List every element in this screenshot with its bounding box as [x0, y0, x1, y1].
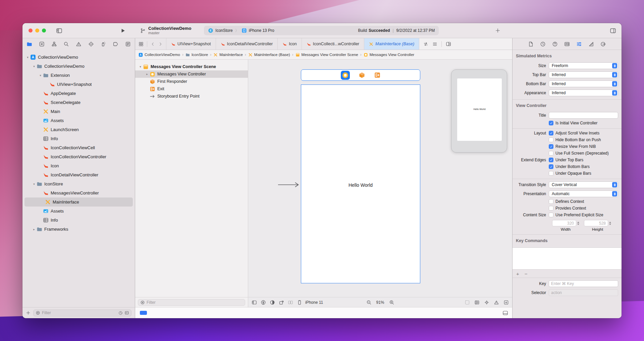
file-tree-row[interactable]: ▾Extension [22, 71, 135, 80]
navigator-tab-find-icon[interactable] [63, 41, 69, 47]
related-items-icon[interactable] [139, 42, 144, 47]
file-tree-row[interactable]: Info [22, 134, 135, 143]
navigator-tab-breakpoints-icon[interactable] [113, 41, 118, 47]
navigator-tab-symbols-icon[interactable] [51, 41, 57, 47]
outline-filter-input[interactable] [147, 300, 243, 305]
key-commands-list[interactable] [513, 247, 622, 270]
checkbox-checked[interactable] [549, 164, 553, 169]
run-destination[interactable]: iPhone 13 Pro [249, 28, 274, 33]
disclosure-down-icon[interactable]: ▾ [32, 182, 37, 186]
file-tree-row[interactable]: Assets [22, 116, 135, 125]
simulated-bottom-bar-dropdown[interactable]: Inferred [549, 80, 618, 87]
height-field[interactable]: 528 [584, 220, 608, 226]
file-tree-row[interactable]: SceneDelegate [22, 98, 135, 107]
editor-tab-active[interactable]: MainInterface (Base) [364, 38, 419, 50]
width-stepper[interactable] [577, 221, 579, 226]
outline-row[interactable]: First Responder [135, 78, 248, 85]
editor-tab[interactable]: Icon [277, 38, 302, 50]
disclosure-right-icon[interactable]: ▸ [145, 72, 150, 76]
inspector-tab-file-icon[interactable] [528, 41, 534, 47]
file-tree-row[interactable]: Main [22, 107, 135, 116]
navigator-tab-debug-icon[interactable] [101, 41, 106, 47]
checkbox-checked[interactable] [549, 158, 553, 162]
editor-options-icon[interactable] [432, 42, 437, 47]
view-controller-view[interactable]: Hello World [301, 84, 420, 283]
view-mode-icon[interactable] [252, 300, 257, 305]
navigator-tab-issues-icon[interactable] [76, 41, 82, 47]
recent-files-icon[interactable] [118, 311, 123, 315]
pin-icon[interactable] [484, 300, 489, 305]
zoom-in-icon[interactable] [389, 300, 394, 305]
checkbox-unchecked[interactable] [549, 213, 553, 217]
zoom-level[interactable]: 91% [376, 300, 384, 305]
toggle-navigator-icon[interactable] [56, 27, 62, 34]
orientation-icon[interactable] [279, 300, 284, 305]
navigator-tab-source-control-icon[interactable] [39, 41, 45, 47]
file-tree-row[interactable]: Assets [22, 207, 135, 216]
file-tree-row[interactable]: ▸Frameworks [22, 225, 135, 234]
file-tree-row[interactable]: MessagesViewController [22, 188, 135, 197]
breadcrumb-item[interactable]: Messages View Controller [364, 53, 414, 57]
source-control-filter-icon[interactable] [124, 310, 129, 315]
inspector-tab-identity-icon[interactable] [564, 41, 570, 47]
breadcrumb-item[interactable]: Messages View Controller Scene [296, 53, 358, 57]
file-tree-row[interactable]: ▾CollectionViewDemo [22, 62, 135, 71]
file-tree-row[interactable]: IconCollectionViewCell [22, 143, 135, 152]
file-tree-row[interactable]: UIView+Snapshot [22, 80, 135, 89]
run-button[interactable] [120, 28, 126, 34]
checkbox-unchecked[interactable] [549, 199, 553, 204]
disclosure-down-icon[interactable]: ▾ [138, 65, 143, 68]
disclosure-down-icon[interactable]: ▾ [25, 56, 30, 59]
minimize-button[interactable] [35, 29, 39, 33]
inspector-tab-attributes-icon[interactable] [576, 41, 582, 47]
zoom-out-icon[interactable] [366, 300, 371, 305]
outline-row[interactable]: ▾Messages View Controller Scene [135, 63, 248, 70]
checkbox-unchecked[interactable] [549, 171, 553, 176]
preview-device-name[interactable]: iPhone 11 [305, 300, 323, 305]
resolve-icon[interactable] [494, 300, 499, 305]
simulated-size-dropdown[interactable]: Freeform [549, 62, 618, 69]
remove-key-command-button[interactable]: − [525, 271, 528, 277]
breadcrumb-item[interactable]: MainInterface (Base) [248, 53, 290, 57]
view-controller-dock-icon[interactable] [341, 71, 350, 80]
outline-row[interactable]: ▸Messages View Controller [135, 70, 248, 78]
inspector-tab-size-icon[interactable] [588, 41, 594, 47]
outline-row[interactable]: Exit [135, 85, 248, 93]
canvas-stage[interactable]: Hello World Hello World [248, 60, 512, 297]
navigator-tab-tests-icon[interactable] [88, 41, 94, 47]
file-tree-row[interactable]: IconDetailViewController [22, 170, 135, 179]
new-tab-icon[interactable] [495, 28, 500, 33]
forward-icon[interactable] [158, 42, 163, 46]
breadcrumb-item[interactable]: MainInterface [213, 53, 243, 57]
inspector-tab-help-icon[interactable] [552, 41, 558, 47]
simulated-top-bar-dropdown[interactable]: Inferred [549, 71, 618, 78]
inspector-tab-connections-icon[interactable] [600, 41, 606, 47]
inspector-tab-history-icon[interactable] [540, 41, 546, 47]
simulated-appearance-dropdown[interactable]: Inferred [549, 90, 618, 96]
checkbox-checked[interactable] [549, 131, 553, 135]
editor-tab[interactable]: IconCollecti...wController [302, 38, 364, 50]
device-phone-icon[interactable] [297, 300, 302, 305]
navigator-filter-input[interactable] [42, 310, 117, 315]
appearance-icon[interactable] [270, 300, 275, 305]
checkbox-checked[interactable] [549, 121, 553, 125]
zoom-button[interactable] [42, 29, 46, 33]
add-key-command-button[interactable]: + [516, 271, 519, 277]
embed-icon[interactable] [503, 300, 509, 305]
disclosure-right-icon[interactable]: ▸ [32, 228, 37, 231]
key-input[interactable] [549, 280, 618, 287]
checkbox-unchecked[interactable] [549, 151, 553, 156]
code-review-icon[interactable] [423, 42, 428, 47]
file-tree-row[interactable]: ▾CollectionViewDemo [22, 53, 135, 62]
navigator-filter-field[interactable] [33, 309, 131, 317]
align-icon[interactable] [474, 300, 480, 305]
canvas-bar-toggle-icon[interactable] [502, 310, 508, 316]
navigator-tab-reports-icon[interactable] [125, 41, 131, 47]
checkbox-unchecked[interactable] [549, 206, 553, 211]
file-tree-row[interactable]: IconCollectionViewController [22, 152, 135, 161]
add-editor-icon[interactable] [446, 41, 451, 47]
disclosure-down-icon[interactable]: ▾ [38, 74, 43, 77]
selector-input[interactable] [549, 289, 618, 296]
back-icon[interactable] [151, 42, 155, 46]
height-stepper[interactable] [609, 221, 611, 226]
